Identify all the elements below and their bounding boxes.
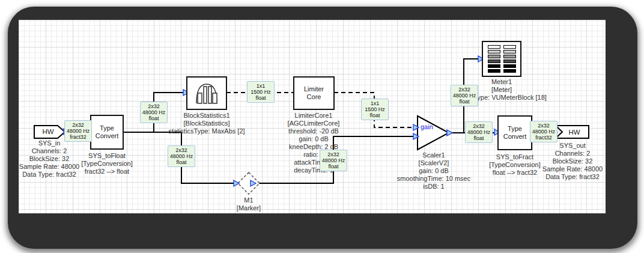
caption-typeconvert-out: SYS_toFract [TypeConversion] float --> f… (489, 153, 541, 177)
scaler-gain-pin-label: gain (421, 123, 433, 130)
scaler-block[interactable] (418, 116, 449, 150)
block-instance-name: SYS_toFract (489, 153, 541, 161)
block-instance-name: BlockStatistics1 (168, 112, 245, 120)
caption-scaler: Scaler1 [ScalerV2] gain: 0 dB smoothingT… (397, 151, 470, 191)
scaler-output-pin[interactable] (447, 130, 452, 136)
vu-meter-icon (488, 44, 516, 74)
wire-label[interactable]: 1x1 1500 Hz float (361, 99, 389, 120)
caption-typeconvert-in: SYS_toFloat [TypeConversion] fract32 -->… (81, 152, 133, 175)
caption-sys-out: SYS_out Channels: 2 BlockSize: 32 Sample… (542, 142, 603, 181)
block-typeconvert-in[interactable]: Type Convert (90, 115, 124, 150)
awe-designer-window: HW HW Type Convert (0, 0, 644, 253)
block-title: Limiter Core (300, 85, 328, 101)
block-instance-name: LimiterCore1 (288, 112, 340, 120)
block-instance-name: Scaler1 (397, 151, 470, 159)
block-typeconvert-out[interactable]: Type Convert (497, 115, 532, 150)
caption-blockstatistics: BlockStatistics1 [BlockStatistics] stati… (168, 112, 245, 135)
wire-label[interactable]: 2x32 48000 Hz fract32 (64, 120, 92, 142)
caption-sys-in: SYS_in Channels: 2 BlockSize: 32 Sample … (19, 139, 79, 178)
wire-label[interactable]: 2x32 48000 Hz float (465, 121, 493, 143)
block-blockstatistics[interactable] (186, 76, 227, 110)
histogram-icon (192, 81, 221, 105)
block-meter[interactable] (482, 41, 521, 77)
wire-label[interactable]: 2x32 48000 Hz float (168, 145, 195, 167)
wire-label[interactable]: 2x32 48000 Hz float (140, 102, 168, 123)
wire-label[interactable]: 1x1 1500 Hz float (247, 81, 275, 103)
wire-label[interactable]: 2x32 48000 Hz fract32 (530, 121, 557, 142)
wire-label[interactable]: 2x32 48000 Hz float (451, 85, 478, 106)
marker-input-pin[interactable] (234, 180, 239, 186)
sys-in-hw-label: HW (42, 128, 53, 135)
block-instance-name: SYS_out (542, 142, 603, 150)
block-instance-name: M1 (237, 197, 261, 204)
block-title: Type Convert (93, 124, 121, 140)
caption-marker: M1 [Marker] (237, 197, 261, 212)
block-limiter-core[interactable]: Limiter Core (293, 76, 335, 110)
wire-label[interactable]: 2x32 48000 Hz float (320, 150, 347, 171)
sys-out-hw-label: HW (568, 129, 580, 136)
block-title: Type Convert (501, 125, 529, 141)
block-instance-name: SYS_toFloat (81, 152, 133, 160)
